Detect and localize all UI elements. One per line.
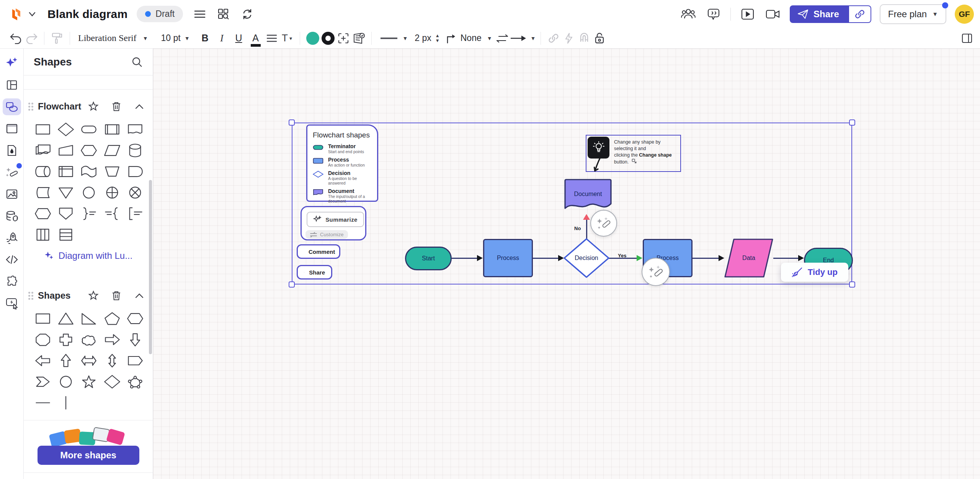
shape-vertical-line[interactable] bbox=[54, 392, 77, 413]
shape-summing-junction[interactable] bbox=[124, 182, 147, 203]
node-data[interactable]: Data bbox=[724, 238, 774, 278]
drag-handle-icon[interactable] bbox=[28, 292, 33, 300]
flowchart-legend-card[interactable]: Flowchart shapes TerminatorStart and end… bbox=[306, 124, 378, 202]
shape-cross[interactable] bbox=[54, 329, 77, 350]
status-badge[interactable]: Draft bbox=[137, 6, 183, 22]
frames-panel-icon[interactable] bbox=[3, 120, 21, 137]
redo-button[interactable] bbox=[24, 31, 39, 46]
shape-chevron[interactable] bbox=[31, 371, 54, 392]
trash-icon[interactable] bbox=[110, 289, 123, 302]
shape-pentagon[interactable] bbox=[101, 308, 124, 329]
shape-arrow-left[interactable] bbox=[31, 350, 54, 371]
text-options-button[interactable]: T▾ bbox=[279, 31, 295, 46]
search-icon[interactable] bbox=[131, 56, 143, 68]
shape-brace-right[interactable] bbox=[77, 203, 100, 224]
text-color-button[interactable]: A bbox=[247, 33, 264, 44]
shape-rectangle[interactable] bbox=[31, 119, 54, 140]
avatar[interactable]: GF bbox=[955, 5, 974, 24]
shape-off-page-connector[interactable] bbox=[54, 203, 77, 224]
comments-icon[interactable] bbox=[705, 6, 722, 23]
data-linking-icon[interactable] bbox=[3, 208, 21, 224]
right-panel-toggle-icon[interactable] bbox=[959, 31, 975, 46]
shape-row-table[interactable] bbox=[54, 224, 77, 245]
selection-handle-top-right[interactable] bbox=[849, 119, 855, 126]
selection-handle-bottom-left[interactable] bbox=[289, 281, 295, 288]
swap-arrows-button[interactable] bbox=[495, 31, 510, 46]
lock-button[interactable] bbox=[592, 31, 607, 46]
line-style-select[interactable]: ▼ bbox=[377, 35, 412, 41]
shape-database[interactable] bbox=[124, 140, 147, 161]
collapse-chevron-icon[interactable] bbox=[133, 100, 146, 113]
shape-manual-input[interactable] bbox=[54, 140, 77, 161]
shapes-panel-scrollbar[interactable] bbox=[149, 180, 152, 354]
shape-star[interactable] bbox=[77, 371, 100, 392]
shape-data-parallelogram[interactable] bbox=[101, 140, 124, 161]
shape-document[interactable] bbox=[124, 119, 147, 140]
present-icon[interactable] bbox=[739, 6, 756, 23]
shape-arrow-up-down[interactable] bbox=[101, 350, 124, 371]
notes-button[interactable] bbox=[351, 31, 366, 46]
copy-link-button[interactable] bbox=[849, 5, 871, 23]
shape-circle[interactable] bbox=[54, 371, 77, 392]
share-button[interactable]: Share bbox=[790, 5, 849, 23]
shape-merge[interactable] bbox=[54, 182, 77, 203]
summarize-button[interactable]: Summarize bbox=[307, 212, 364, 227]
shape-off-page-link[interactable] bbox=[31, 203, 54, 224]
fill-color-button[interactable] bbox=[305, 31, 320, 46]
arrow-style-select[interactable]: ▼ bbox=[510, 31, 536, 46]
canvas-share-button[interactable]: Share bbox=[297, 265, 332, 280]
line-color-button[interactable] bbox=[320, 31, 336, 46]
shape-arrow-left-right[interactable] bbox=[77, 350, 100, 371]
shape-stored-data[interactable] bbox=[31, 182, 54, 203]
format-painter-icon[interactable] bbox=[49, 31, 65, 46]
line-endpoint-select[interactable]: None ▼ bbox=[461, 33, 492, 43]
shape-right-triangle[interactable] bbox=[77, 308, 100, 329]
shape-direct-data[interactable] bbox=[31, 161, 54, 182]
edge-decision-document[interactable] bbox=[586, 219, 587, 239]
shape-octagon[interactable] bbox=[31, 329, 54, 350]
shape-signpost[interactable] bbox=[124, 350, 147, 371]
font-size-select[interactable]: 10 pt ▼ bbox=[158, 33, 193, 43]
shape-connector[interactable] bbox=[77, 182, 100, 203]
italic-button[interactable]: I bbox=[214, 33, 230, 44]
tip-box[interactable]: Change any shape by selecting it and cli… bbox=[586, 135, 681, 172]
favorite-star-icon[interactable] bbox=[87, 100, 100, 113]
edge-data-end[interactable] bbox=[773, 258, 799, 259]
edge-start-process[interactable] bbox=[452, 258, 478, 259]
connector-type-button[interactable] bbox=[443, 31, 458, 46]
code-panel-icon[interactable] bbox=[3, 251, 21, 268]
customize-button[interactable]: Customize bbox=[305, 230, 348, 239]
shape-brace-left[interactable] bbox=[101, 203, 124, 224]
shape-arrow-up[interactable] bbox=[54, 350, 77, 371]
selection-handle-top-left[interactable] bbox=[289, 119, 295, 126]
shape-multiple-documents[interactable] bbox=[31, 140, 54, 161]
drag-handle-icon[interactable] bbox=[28, 103, 33, 111]
magnetize-button[interactable] bbox=[577, 31, 592, 46]
shape-arrow-right[interactable] bbox=[101, 329, 124, 350]
find-shapes-icon[interactable] bbox=[215, 6, 232, 23]
shape-delay[interactable] bbox=[124, 161, 147, 182]
plan-button[interactable]: Free plan ▼ bbox=[880, 4, 946, 24]
shape-predefined-process[interactable] bbox=[101, 119, 124, 140]
sync-status-icon[interactable] bbox=[239, 6, 256, 23]
undo-button[interactable] bbox=[8, 31, 24, 46]
document-title[interactable]: Blank diagram bbox=[47, 8, 127, 21]
add-frame-button[interactable] bbox=[336, 31, 351, 46]
node-decision[interactable]: Decision bbox=[563, 237, 610, 279]
shape-preparation[interactable] bbox=[77, 140, 100, 161]
magic-wand-icon[interactable] bbox=[3, 164, 21, 181]
template-panel-icon[interactable] bbox=[3, 77, 21, 93]
collapse-chevron-icon[interactable] bbox=[133, 289, 146, 302]
diagram-canvas[interactable]: Flowchart shapes TerminatorStart and end… bbox=[153, 49, 980, 479]
agent-chat-icon[interactable] bbox=[3, 295, 21, 312]
underline-button[interactable]: U bbox=[230, 33, 247, 44]
shape-diamond[interactable] bbox=[54, 119, 77, 140]
shape-horizontal-line[interactable] bbox=[31, 392, 54, 413]
text-align-button[interactable] bbox=[264, 31, 279, 46]
edge-process2-data[interactable] bbox=[693, 258, 719, 259]
shape-internal-storage[interactable] bbox=[54, 161, 77, 182]
shape-hexagon[interactable] bbox=[124, 308, 147, 329]
shape-cloud[interactable] bbox=[77, 329, 100, 350]
ai-assistant-icon[interactable] bbox=[3, 55, 21, 72]
app-menu[interactable] bbox=[8, 6, 36, 23]
